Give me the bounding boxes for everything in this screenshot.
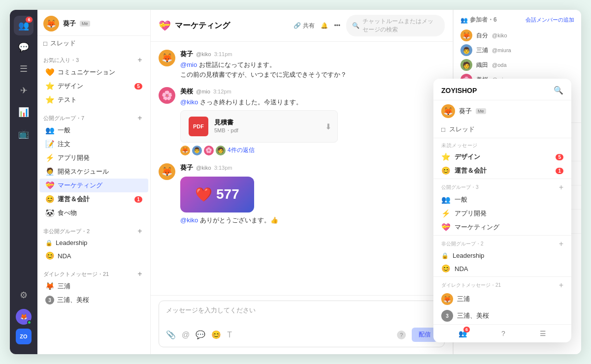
member-name: 自分 (476, 31, 488, 40)
members-icon: 👥 (460, 17, 468, 24)
search-bar[interactable]: 🔍 チャットルームまたはメッセージの検索 (346, 15, 445, 36)
member-item: 👨 三浦 @miura (460, 43, 574, 58)
chat-messages: 🦊 葵子 @kiko 3:11pm @mio お世話になっております。 この前の… (151, 42, 453, 295)
reply-avatar: 👨 (192, 146, 202, 155)
overlay-leadership-channel[interactable]: 🔒 Leadership (433, 249, 571, 262)
chart-nav-button[interactable]: 📊 (14, 102, 33, 122)
reply-count-link[interactable]: 4件の返信 (228, 146, 255, 154)
help-icon[interactable]: ? (397, 331, 406, 339)
tv-nav-button[interactable]: 📺 (14, 124, 33, 144)
overlay-accounting-channel[interactable]: 😊 運営＆会計 1 (433, 164, 571, 178)
mention-icon[interactable]: @ (182, 331, 190, 339)
design-icon: ⭐ (45, 82, 55, 91)
test-label: テスト (58, 95, 142, 104)
text-format-icon[interactable]: T (227, 331, 232, 339)
sidebar-item-general[interactable]: 👥 一般 (39, 123, 148, 137)
overlay-menu-button[interactable]: ☰ (540, 330, 546, 337)
list-nav-button[interactable]: ☰ (14, 59, 33, 79)
message-header: 葵子 @kiko 3:11pm (180, 50, 445, 59)
sidebar-item-design[interactable]: ⭐ デザイン 5 (39, 79, 148, 93)
pdf-attachment[interactable]: PDF 見積書 5MB・pdf ⬇ (180, 110, 338, 143)
add-public-group-button[interactable]: + (135, 114, 144, 122)
overlay-design-channel[interactable]: ⭐ デザイン 5 (433, 150, 571, 164)
sidebar-item-leadership[interactable]: 🔒 Leadership (39, 237, 148, 249)
heart-image: ❤️ 577 (180, 177, 254, 212)
sidebar-item-communication[interactable]: 🧡 コミュニケーション (39, 65, 148, 79)
sidebar-item-accounting[interactable]: 😊 運営＆会計 1 (39, 192, 148, 206)
add-member-button[interactable]: 会話メンバーの追加 (525, 16, 574, 24)
thread-button[interactable]: □ スレッド (37, 36, 150, 51)
sidebar-item-test[interactable]: ⭐ テスト (39, 93, 148, 107)
sender-name: 葵子 (180, 163, 193, 172)
heart-counter: ❤️ 577 (195, 186, 239, 203)
design-label: デザイン (58, 82, 131, 91)
overlay-search-button[interactable]: 🔍 (554, 86, 563, 95)
pdf-size: 5MB・pdf (214, 127, 238, 134)
chat-nav-button[interactable]: 💬 (14, 37, 33, 57)
people-badge: 6 (26, 17, 33, 23)
overlay-dm-miura-mio[interactable]: 3 三浦、美桜 (433, 307, 571, 324)
reaction-icon[interactable]: 💬 (196, 330, 205, 339)
overlay-help-button[interactable]: ? (501, 330, 505, 337)
overlay-public-header: 公開グループ・3 + (433, 180, 571, 193)
overlay-title: ZOYISHOP (441, 87, 477, 94)
share-button[interactable]: 🔗 共有 (294, 22, 315, 30)
member-avatar: 👨 (460, 44, 472, 56)
sidebar-item-app-dev[interactable]: ⚡ アプリ開発 (39, 151, 148, 165)
attachment-icon[interactable]: 📎 (166, 330, 176, 339)
sidebar-item-dm-miura[interactable]: 🦊 三浦 (39, 279, 148, 293)
add-private-group-overlay-button[interactable]: + (559, 240, 563, 248)
sidebar-item-marketing[interactable]: 💝 マーケティング (39, 179, 148, 192)
add-dm-button[interactable]: + (135, 270, 144, 278)
overlay-dm-miura[interactable]: 🦊 三浦 (433, 291, 571, 307)
icon-sidebar: 👥 6 💬 ☰ ✈ 📊 📺 ⚙ 🦊 ZO (10, 10, 37, 354)
overlay-appdev-channel[interactable]: ⚡ アプリ開発 (433, 207, 571, 220)
overlay-general-channel[interactable]: 👥 一般 (433, 193, 571, 207)
message-time: 3:11pm (214, 51, 232, 57)
overlay-user-name: 葵子 (459, 107, 472, 116)
accounting-name: 運営＆会計 (455, 166, 552, 175)
people-nav-button[interactable]: 👥 6 (14, 16, 33, 35)
list-icon: ☰ (20, 63, 28, 74)
design-name: デザイン (455, 152, 552, 161)
chat-icon: 💬 (18, 42, 29, 53)
send-nav-button[interactable]: ✈ (14, 81, 33, 100)
accounting-badge: 1 (556, 168, 563, 174)
overlay-thread-row[interactable]: □ スレッド (433, 122, 571, 137)
add-favorite-button[interactable]: + (135, 56, 144, 64)
design-badge: 5 (134, 83, 142, 90)
overlay-panel: ZOYISHOP 🔍 🦊 葵子 Me □ スレッド 未読メッセージ ⭐ デザイン… (433, 79, 571, 342)
add-dm-overlay-button[interactable]: + (559, 281, 563, 290)
more-button[interactable]: ••• (334, 22, 340, 29)
reply-avatar: 🌸 (204, 146, 214, 155)
settings-nav-button[interactable]: ⚙ (14, 285, 33, 305)
emoji-icon[interactable]: 😊 (211, 330, 221, 339)
message-input[interactable]: メッセージを入力してください (166, 306, 437, 324)
sender-handle: @kiko (196, 165, 211, 171)
message-header: 葵子 @kiko 3:13pm (180, 163, 445, 172)
sidebar-item-orders[interactable]: 📝 注文 (39, 137, 148, 151)
overlay-people-button[interactable]: 👥 6 (459, 330, 467, 337)
member-handle: @oda (492, 62, 507, 68)
message-content: 葵子 @kiko 3:13pm ❤️ 577 @kiko ありがとうございます。… (180, 163, 445, 225)
overlay-nda-channel[interactable]: 😊 NDA (433, 262, 571, 275)
overlay-marketing-channel[interactable]: 💝 マーケティング (433, 220, 571, 234)
member-name: 三浦 (476, 46, 488, 55)
user-avatar[interactable]: 🦊 (16, 309, 32, 325)
thread-icon: □ (43, 40, 47, 47)
private-groups-header: 非公開グループ・2 + (37, 224, 150, 237)
sidebar-item-dm-miura-mio[interactable]: 3 三浦、美桜 (39, 293, 148, 307)
overlay-unread-label: 未読メッセージ (433, 139, 571, 150)
chart-icon: 📊 (18, 107, 29, 118)
download-button[interactable]: ⬇ (325, 121, 331, 131)
sidebar-item-food[interactable]: 🐼 食べ物 (39, 206, 148, 220)
add-public-group-overlay-button[interactable]: + (559, 183, 563, 192)
sidebar-item-dev-schedule[interactable]: 🧑‍💼 開発スケジュール (39, 165, 148, 179)
thread-label: スレッド (50, 39, 76, 48)
sidebar-item-nda[interactable]: 😊 NDA (39, 249, 148, 263)
overlay-me-badge: Me (476, 108, 486, 114)
notification-button[interactable]: 🔔 (321, 22, 328, 29)
add-private-group-button[interactable]: + (135, 227, 144, 236)
accounting-badge: 1 (134, 196, 142, 203)
message-content: 葵子 @kiko 3:11pm @mio お世話になっております。 この前の見積… (180, 50, 445, 79)
